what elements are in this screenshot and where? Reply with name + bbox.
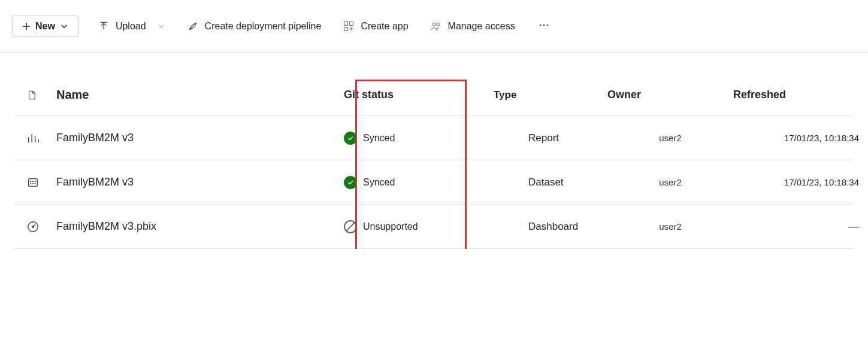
table-header-row: Name Git status Type Owner Refreshed	[14, 74, 854, 116]
more-button[interactable]	[534, 16, 554, 36]
dataset-icon	[14, 176, 56, 189]
report-icon	[14, 132, 56, 145]
column-owner-header[interactable]: Owner	[607, 89, 733, 101]
column-name-header[interactable]: Name	[56, 88, 344, 102]
git-status-cell: Unsupported	[344, 220, 494, 233]
create-pipeline-label: Create deployment pipeline	[205, 21, 322, 32]
new-button-label: New	[35, 21, 55, 32]
synced-icon	[344, 132, 357, 145]
create-app-label: Create app	[361, 21, 408, 32]
table-row[interactable]: FamilyBM2M v3.pbix Unsupported Dashboard…	[14, 205, 854, 249]
rocket-icon	[187, 20, 199, 32]
svg-point-11	[35, 181, 35, 181]
svg-point-10	[33, 181, 34, 181]
svg-rect-1	[350, 22, 353, 25]
file-header-icon	[14, 89, 56, 102]
upload-label: Upload	[116, 21, 146, 32]
item-refreshed: —	[733, 220, 859, 233]
item-name: FamilyBM2M v3	[56, 132, 344, 144]
column-type-header[interactable]: Type	[494, 89, 607, 101]
item-name: FamilyBM2M v3	[56, 176, 344, 188]
svg-point-16	[32, 226, 34, 227]
git-status-label: Synced	[363, 133, 395, 144]
synced-icon	[344, 176, 357, 189]
item-type: Dataset	[494, 176, 607, 188]
dashboard-icon	[14, 220, 56, 233]
table-row[interactable]: FamilyBM2M v3 Synced Report user2 17/01/…	[14, 116, 854, 160]
manage-access-button[interactable]: Manage access	[428, 17, 518, 36]
svg-point-3	[433, 23, 435, 26]
plus-icon	[21, 21, 32, 32]
svg-rect-8	[29, 178, 38, 186]
unsupported-icon	[344, 220, 357, 233]
upload-icon	[98, 20, 110, 32]
column-gitstatus-header[interactable]: Git status	[344, 89, 494, 101]
workspace-table: Name Git status Type Owner Refreshed Fam…	[14, 74, 854, 249]
item-type: Report	[494, 132, 607, 144]
svg-rect-0	[344, 22, 348, 25]
ellipsis-icon	[538, 19, 550, 31]
svg-point-4	[436, 23, 439, 26]
git-status-label: Synced	[363, 177, 395, 188]
new-button[interactable]: New	[12, 16, 78, 37]
item-refreshed: 17/01/23, 10:18:34	[733, 133, 859, 143]
item-owner: user2	[607, 177, 733, 187]
svg-point-13	[33, 183, 34, 184]
svg-point-6	[543, 25, 545, 26]
toolbar: New Upload Create deployment pipeline Cr…	[0, 0, 868, 53]
column-refreshed-header[interactable]: Refreshed	[733, 89, 859, 101]
upload-button[interactable]: Upload	[95, 17, 168, 36]
chevron-down-icon	[157, 22, 165, 31]
people-icon	[430, 20, 442, 32]
svg-point-9	[31, 181, 31, 181]
create-pipeline-button[interactable]: Create deployment pipeline	[185, 17, 324, 36]
svg-point-7	[546, 25, 548, 26]
svg-point-5	[539, 25, 541, 26]
item-owner: user2	[607, 221, 733, 232]
git-status-cell: Synced	[344, 176, 494, 189]
item-owner: user2	[607, 133, 733, 143]
create-app-button[interactable]: Create app	[340, 17, 410, 36]
item-refreshed: 17/01/23, 10:18:34	[733, 177, 859, 187]
git-status-label: Unsupported	[363, 221, 418, 232]
svg-point-14	[35, 183, 35, 184]
git-status-cell: Synced	[344, 132, 494, 145]
manage-access-label: Manage access	[448, 21, 515, 32]
item-name: FamilyBM2M v3.pbix	[56, 220, 344, 233]
chevron-down-icon	[59, 21, 69, 32]
app-icon	[343, 20, 355, 32]
svg-rect-2	[344, 27, 348, 31]
svg-point-12	[31, 183, 31, 184]
table-row[interactable]: FamilyBM2M v3 Synced Dataset user2 17/01…	[14, 160, 854, 205]
item-type: Dashboard	[494, 221, 607, 233]
